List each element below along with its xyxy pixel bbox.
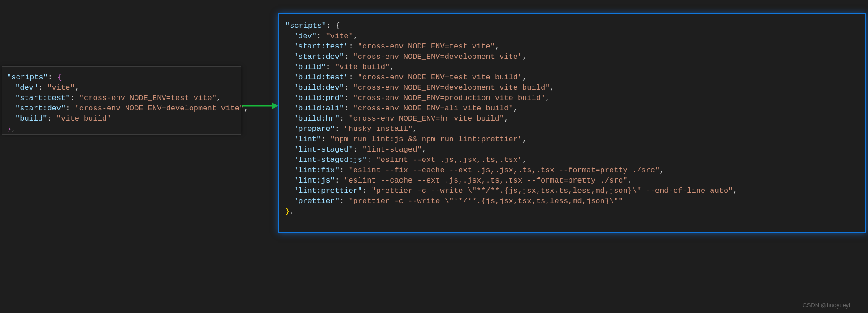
code-line[interactable]: "scripts": { [285,21,861,31]
json-key: "lint:fix" [294,166,339,174]
code-line[interactable]: "lint": "npm run lint:js && npm run lint… [285,134,861,144]
code-line[interactable]: "lint-staged:js": "eslint --ext .js,.jsx… [285,155,861,165]
json-key: "build:test" [294,73,348,82]
json-key: "prepare" [294,125,335,133]
code-line[interactable]: }, [7,124,236,134]
code-line[interactable]: "lint:js": "eslint --cache --ext .js,.js… [285,175,861,186]
text-cursor [112,115,112,123]
code-line[interactable]: "prepare": "husky install", [285,124,861,134]
code-line[interactable]: "build:ali": "cross-env NODE_ENV=ali vit… [285,103,861,113]
json-string: "husky install" [344,125,412,133]
json-key: "build" [15,114,47,123]
code-line[interactable]: "prettier": "prettier -c --write \"**/**… [285,196,861,206]
json-string: "vite build" [335,63,390,71]
code-line[interactable]: "lint:fix": "eslint --fix --cache --ext … [285,165,861,175]
json-string: "cross-env NODE_ENV=test vite build" [358,73,522,82]
close-brace: } [285,207,290,216]
code-line[interactable]: "start:test": "cross-env NODE_ENV=test v… [7,93,236,103]
code-panel-left[interactable]: "scripts": { "dev": "vite","start:test":… [2,66,241,135]
code-line[interactable]: "build:prd": "cross-env NODE_ENV=product… [285,93,861,103]
json-string: "cross-env NODE_ENV=test vite" [358,42,495,51]
open-brace: { [335,22,340,30]
json-string: "vite" [326,32,353,40]
json-key: "lint:prettier" [294,187,362,195]
json-string: "cross-env NODE_ENV=hr vite build" [348,114,504,123]
json-key: "scripts" [285,22,326,30]
code-line[interactable]: "start:dev": "cross-env NODE_ENV=develop… [7,103,236,113]
code-line[interactable]: "dev": "vite", [7,83,236,93]
code-line[interactable]: "lint-staged": "lint-staged", [285,144,861,155]
json-key: "build:hr" [294,114,339,123]
json-key: "start:dev" [15,104,65,113]
json-key: "lint" [294,135,321,143]
json-string: "cross-env NODE_ENV=ali vite build" [353,104,513,113]
open-brace: { [57,73,62,82]
json-key: "start:test" [15,94,70,102]
json-string: "cross-env NODE_ENV=test vite" [79,94,217,102]
json-key: "build:ali" [294,104,344,113]
json-key: "dev" [15,83,38,92]
code-line[interactable]: "build": "vite build", [285,62,861,72]
json-key: "lint-staged" [294,145,353,154]
json-string: "prettier -c --write \"**/**.{js,jsx,tsx… [348,197,623,205]
json-string: "prettier -c --write \"**/**.{js,jsx,tsx… [371,187,733,195]
code-line[interactable]: "build": "vite build" [7,113,236,124]
json-string: "cross-env NODE_ENV=production vite buil… [353,94,545,102]
code-line[interactable]: "lint:prettier": "prettier -c --write \"… [285,186,861,196]
json-string: "eslint --fix --cache --ext .js,.jsx,.ts… [348,166,660,174]
json-string: "lint-staged" [362,145,422,154]
json-string: "npm run lint:js && npm run lint:prettie… [330,135,522,143]
json-key: "lint-staged:js" [294,156,367,164]
json-key: "start:dev" [294,52,344,61]
json-key: "build:prd" [294,94,344,102]
json-string: "cross-env NODE_ENV=development vite" [75,104,244,113]
json-string: "eslint --ext .js,.jsx,.ts,.tsx" [376,156,522,164]
code-line[interactable]: "build:dev": "cross-env NODE_ENV=develop… [285,83,861,93]
json-string: "eslint --cache --ext .js,.jsx,.ts,.tsx … [344,176,628,185]
json-key: "start:test" [294,42,348,51]
json-key: "scripts" [7,73,48,82]
json-key: "build" [294,63,326,71]
json-string: "cross-env NODE_ENV=development vite bui… [353,83,550,92]
code-line[interactable]: "build:hr": "cross-env NODE_ENV=hr vite … [285,113,861,124]
json-key: "prettier" [294,197,339,205]
code-line[interactable]: "start:test": "cross-env NODE_ENV=test v… [285,41,861,52]
json-string: "vite build" [56,114,111,123]
json-string: "cross-env NODE_ENV=development vite" [353,52,522,61]
json-string: "vite" [47,83,74,92]
close-brace: } [7,125,11,133]
code-line[interactable]: "dev": "vite", [285,31,861,41]
code-line[interactable]: "start:dev": "cross-env NODE_ENV=develop… [285,52,861,62]
json-key: "lint:js" [294,176,335,185]
code-panel-right[interactable]: "scripts": { "dev": "vite","start:test":… [278,13,866,233]
watermark: CSDN @huoyueyi [803,302,850,309]
code-line[interactable]: "scripts": { [7,72,236,83]
code-line[interactable]: }, [285,206,861,217]
code-line[interactable]: "build:test": "cross-env NODE_ENV=test v… [285,72,861,83]
svg-marker-1 [272,102,278,109]
json-key: "dev" [294,32,317,40]
json-key: "build:dev" [294,83,344,92]
